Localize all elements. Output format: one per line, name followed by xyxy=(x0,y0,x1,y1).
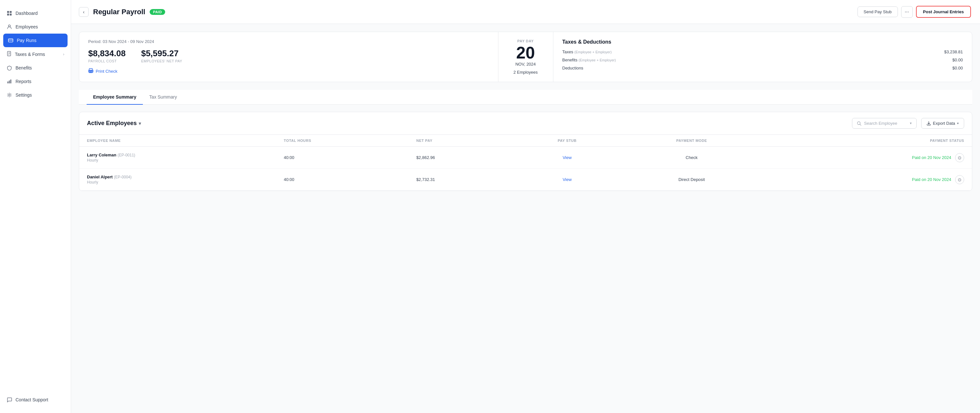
svg-rect-11 xyxy=(8,81,8,83)
view-pay-stub-2[interactable]: View xyxy=(563,177,572,182)
ellipsis-circle-icon-2: ⊙ xyxy=(958,177,962,182)
employee-list-header: Active Employees ▾ Search Employee ▾ xyxy=(79,112,972,135)
print-check-button[interactable]: Print Check xyxy=(88,68,489,74)
net-pay-2: $2,732.31 xyxy=(409,169,514,191)
search-icon xyxy=(857,121,861,126)
row-more-button-1[interactable]: ⊙ xyxy=(955,153,964,162)
pay-stub-1: View xyxy=(514,147,620,169)
net-pay-block: $5,595.27 EMPLOYEES' NET PAY xyxy=(141,48,182,63)
sidebar-item-pay-runs[interactable]: Pay Runs xyxy=(3,33,68,47)
paid-status-1: Paid on 20 Nov 2024 xyxy=(912,155,951,160)
table-row: Larry Coleman (EP-0011) Hourly 40:00 $2,… xyxy=(79,147,972,169)
view-pay-stub-1[interactable]: View xyxy=(563,155,572,160)
export-chevron-icon: ▾ xyxy=(957,122,959,125)
sidebar-item-reports[interactable]: Reports xyxy=(0,75,71,88)
table-row: Daniel Alpert (EP-0004) Hourly 40:00 $2,… xyxy=(79,169,972,191)
gear-icon xyxy=(6,92,12,98)
post-journal-entries-button[interactable]: Post Journal Entries xyxy=(916,6,971,18)
payday-month: NOV, 2024 xyxy=(515,62,536,67)
svg-rect-1 xyxy=(10,11,12,13)
search-placeholder: Search Employee xyxy=(864,121,907,126)
payday-label: PAY DAY xyxy=(517,39,534,43)
paid-status-2: Paid on 20 Nov 2024 xyxy=(912,177,951,182)
grid-icon xyxy=(6,10,12,16)
bar-chart-icon xyxy=(6,78,12,84)
row-more-button-2[interactable]: ⊙ xyxy=(955,175,964,184)
employee-name-1: Larry Coleman (EP-0011) xyxy=(87,152,268,157)
printer-icon xyxy=(88,68,94,74)
sidebar: Dashboard Employees Pay Runs xyxy=(0,0,71,413)
employee-name-cell-2: Daniel Alpert (EP-0004) Hourly xyxy=(79,169,276,191)
chevron-left-icon: ‹ xyxy=(83,10,85,14)
row-actions-2: Paid on 20 Nov 2024 ⊙ xyxy=(771,175,964,184)
sidebar-item-dashboard[interactable]: Dashboard xyxy=(0,6,71,20)
col-payment-status: PAYMENT STATUS xyxy=(763,135,972,147)
svg-rect-5 xyxy=(8,39,13,42)
employee-name-2: Daniel Alpert (EP-0004) xyxy=(87,175,268,179)
employees-table-wrap: EMPLOYEE NAME TOTAL HOURS NET PAY PAY ST… xyxy=(79,135,972,191)
search-employee-input[interactable]: Search Employee ▾ xyxy=(852,118,916,129)
employees-table: EMPLOYEE NAME TOTAL HOURS NET PAY PAY ST… xyxy=(79,135,972,191)
tab-tax-summary[interactable]: Tax Summary xyxy=(143,90,184,105)
tax-row-taxes: Taxes (Employee + Employer) $3,238.81 xyxy=(562,49,963,54)
back-button[interactable]: ‹ xyxy=(79,7,89,17)
upload-icon xyxy=(927,121,931,125)
sidebar-item-reports-label: Reports xyxy=(16,79,31,84)
active-employees-dropdown[interactable]: Active Employees ▾ xyxy=(87,120,141,127)
tax-value-deductions: $0.00 xyxy=(952,66,963,70)
main-content: ‹ Regular Payroll PAID Send Pay Stub ···… xyxy=(71,0,980,413)
payment-status-1: Paid on 20 Nov 2024 ⊙ xyxy=(763,147,972,169)
taxes-card-title: Taxes & Deductions xyxy=(562,39,963,45)
print-check-label: Print Check xyxy=(95,69,117,74)
employee-type-1: Hourly xyxy=(87,158,268,162)
tax-name-taxes: Taxes (Employee + Employer) xyxy=(562,49,612,54)
svg-rect-13 xyxy=(10,79,11,83)
tax-sub-taxes: (Employee + Employer) xyxy=(574,50,611,54)
summary-row: Period: 03 Nov 2024 - 09 Nov 2024 $8,834… xyxy=(79,32,972,82)
svg-point-14 xyxy=(9,94,10,96)
sidebar-item-employees[interactable]: Employees xyxy=(0,20,71,33)
payroll-cost-value: $8,834.08 xyxy=(88,48,126,59)
tax-value-benefits: $0.00 xyxy=(952,57,963,62)
tax-sub-benefits: (Employee + Employer) xyxy=(579,58,616,62)
svg-rect-0 xyxy=(7,11,9,13)
sidebar-item-settings-label: Settings xyxy=(16,92,32,98)
search-chevron-icon: ▾ xyxy=(910,121,912,125)
sidebar-item-benefits[interactable]: Benefits xyxy=(0,61,71,75)
header-left: ‹ Regular Payroll PAID xyxy=(79,7,165,17)
amounts-row: $8,834.08 PAYROLL COST $5,595.27 EMPLOYE… xyxy=(88,48,489,63)
col-payment-mode: PAYMENT MODE xyxy=(620,135,763,147)
row-actions-1: Paid on 20 Nov 2024 ⊙ xyxy=(771,153,964,162)
content-area: Period: 03 Nov 2024 - 09 Nov 2024 $8,834… xyxy=(71,24,980,199)
table-header: EMPLOYEE NAME TOTAL HOURS NET PAY PAY ST… xyxy=(79,135,972,147)
document-icon xyxy=(6,51,12,57)
payment-status-2: Paid on 20 Nov 2024 ⊙ xyxy=(763,169,972,191)
payday-number: 20 xyxy=(516,44,535,61)
payment-mode-1: Check xyxy=(620,147,763,169)
payday-card: PAY DAY 20 NOV, 2024 2 Employees xyxy=(498,32,554,82)
employee-type-2: Hourly xyxy=(87,180,268,184)
paid-badge: PAID xyxy=(150,9,165,15)
payroll-cost-block: $8,834.08 PAYROLL COST xyxy=(88,48,126,63)
more-options-button[interactable]: ··· xyxy=(901,6,913,18)
col-total-hours: TOTAL HOURS xyxy=(276,135,409,147)
export-data-label: Export Data xyxy=(933,121,955,126)
table-body: Larry Coleman (EP-0011) Hourly 40:00 $2,… xyxy=(79,147,972,191)
sidebar-item-contact-support[interactable]: Contact Support xyxy=(0,393,71,407)
tabs-row: Employee Summary Tax Summary xyxy=(79,90,972,105)
total-hours-1: 40:00 xyxy=(276,147,409,169)
shield-icon xyxy=(6,65,12,71)
send-pay-stub-button[interactable]: Send Pay Stub xyxy=(858,6,898,17)
tab-employee-summary[interactable]: Employee Summary xyxy=(87,90,143,105)
sidebar-item-pay-runs-label: Pay Runs xyxy=(17,38,37,43)
payroll-cost-label: PAYROLL COST xyxy=(88,59,126,63)
employee-section: Active Employees ▾ Search Employee ▾ xyxy=(79,112,972,191)
sidebar-item-settings[interactable]: Settings xyxy=(0,88,71,102)
svg-rect-15 xyxy=(89,68,92,71)
export-data-button[interactable]: Export Data ▾ xyxy=(921,118,964,129)
tax-name-deductions: Deductions xyxy=(562,66,584,70)
total-hours-2: 40:00 xyxy=(276,169,409,191)
sidebar-item-taxes-forms[interactable]: Taxes & Forms › xyxy=(0,47,71,61)
period-card: Period: 03 Nov 2024 - 09 Nov 2024 $8,834… xyxy=(79,32,498,82)
payment-mode-2: Direct Deposit xyxy=(620,169,763,191)
